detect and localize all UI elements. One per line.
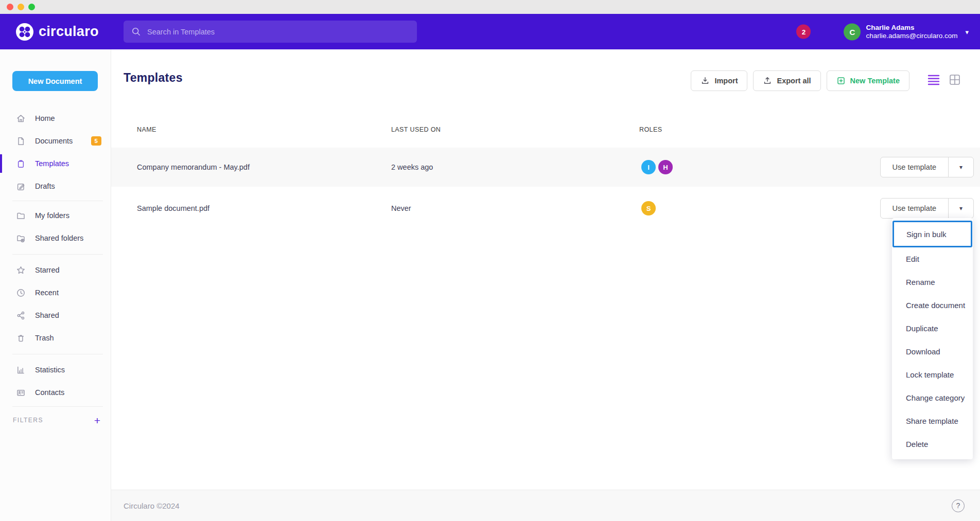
menu-item-share-template[interactable]: Share template: [892, 409, 973, 433]
sidebar-item-label: Recent: [35, 289, 59, 297]
edit-pencil-icon: [16, 181, 26, 191]
new-document-button[interactable]: New Document: [12, 71, 98, 91]
user-menu-chevron-down-icon[interactable]: ▾: [965, 28, 969, 35]
import-button[interactable]: Import: [691, 70, 747, 91]
sidebar-item-label: Shared: [35, 311, 59, 319]
use-template-button[interactable]: Use template: [881, 157, 949, 177]
menu-item-create-document[interactable]: Create document: [892, 294, 973, 317]
sidebar-item-label: My folders: [35, 211, 69, 220]
clock-icon: [16, 288, 26, 298]
column-header-last-used[interactable]: LAST USED ON: [391, 126, 441, 133]
template-actions-menu: Sign in bulk Edit Rename Create document…: [892, 218, 973, 459]
notifications-badge[interactable]: 2: [796, 25, 811, 39]
user-info[interactable]: Charlie Adams charlie.adams@circularo.co…: [866, 24, 957, 40]
page-actions: Import Export all New Template: [691, 70, 909, 91]
sidebar-item-label: Contacts: [35, 388, 64, 397]
menu-item-edit[interactable]: Edit: [892, 247, 973, 271]
user-email: charlie.adams@circularo.com: [866, 32, 957, 40]
template-last-used: 2 weeks ago: [391, 163, 433, 171]
add-filter-button[interactable]: +: [94, 415, 100, 426]
main-content: Templates Import Export all: [111, 49, 980, 521]
table-row[interactable]: Company memorandum - May.pdf 2 weeks ago…: [111, 148, 980, 187]
list-view-icon[interactable]: [927, 74, 940, 86]
search-bar[interactable]: [124, 21, 417, 43]
page-footer: Circularo ©2024 ?: [111, 490, 980, 521]
page-title: Templates: [124, 71, 183, 85]
sidebar-divider: [12, 354, 103, 354]
template-actions-chevron-down-icon[interactable]: ▾: [949, 157, 973, 177]
trash-icon: [16, 333, 26, 343]
app-header: circularo 2 C Charlie Adams charlie.adam…: [0, 14, 980, 49]
template-icon: [16, 158, 26, 169]
grid-view-icon[interactable]: [949, 74, 961, 86]
import-icon: [701, 76, 710, 85]
menu-item-sign-in-bulk[interactable]: Sign in bulk: [892, 221, 972, 247]
template-last-used: Never: [391, 204, 411, 212]
use-template-split-button: Use template ▾: [880, 198, 974, 219]
role-avatar[interactable]: S: [641, 201, 656, 215]
sidebar-nav: Home Documents 5 Templates: [0, 107, 111, 429]
documents-count-badge: 5: [91, 136, 101, 146]
column-header-name[interactable]: NAME: [137, 126, 156, 133]
sidebar-item-shared[interactable]: Shared: [0, 304, 111, 327]
column-header-roles[interactable]: ROLES: [639, 126, 662, 133]
sidebar-divider: [12, 201, 103, 201]
sidebar: New Document Home Documents 5: [0, 49, 111, 521]
sidebar-item-shared-folders[interactable]: Shared folders: [0, 227, 111, 249]
sidebar-item-contacts[interactable]: Contacts: [0, 381, 111, 404]
menu-item-change-category[interactable]: Change category: [892, 386, 973, 409]
sidebar-item-drafts[interactable]: Drafts: [0, 175, 111, 197]
table-row[interactable]: Sample document.pdf Never S Use template…: [111, 189, 980, 228]
window-titlebar: [0, 0, 980, 14]
sidebar-item-home[interactable]: Home: [0, 107, 111, 130]
home-icon: [16, 113, 26, 123]
menu-item-duplicate[interactable]: Duplicate: [892, 317, 973, 340]
sidebar-item-statistics[interactable]: Statistics: [0, 358, 111, 381]
brand-logo[interactable]: circularo: [16, 23, 99, 41]
import-label: Import: [714, 77, 738, 85]
export-icon: [763, 76, 772, 85]
new-template-label: New Template: [850, 77, 900, 85]
template-actions-chevron-down-icon[interactable]: ▾: [949, 199, 973, 218]
share-icon: [16, 310, 26, 320]
sidebar-item-recent[interactable]: Recent: [0, 281, 111, 304]
filters-section: FILTERS +: [0, 411, 111, 429]
search-input[interactable]: [147, 28, 409, 36]
sidebar-item-starred[interactable]: Starred: [0, 259, 111, 281]
export-all-button[interactable]: Export all: [753, 70, 820, 91]
user-name: Charlie Adams: [866, 24, 957, 32]
sidebar-divider: [12, 254, 103, 255]
export-all-label: Export all: [777, 77, 811, 85]
menu-item-rename[interactable]: Rename: [892, 271, 973, 294]
user-avatar[interactable]: C: [844, 23, 861, 40]
folder-icon: [16, 210, 26, 221]
new-template-button[interactable]: New Template: [827, 70, 909, 91]
help-icon[interactable]: ?: [952, 499, 965, 512]
template-name: Sample document.pdf: [137, 204, 209, 212]
window-minimize-button[interactable]: [18, 4, 24, 10]
filters-label: FILTERS: [13, 417, 43, 424]
menu-item-lock-template[interactable]: Lock template: [892, 363, 973, 386]
sidebar-item-label: Shared folders: [35, 234, 83, 242]
sidebar-item-documents[interactable]: Documents 5: [0, 130, 111, 152]
sidebar-item-templates[interactable]: Templates: [0, 152, 111, 175]
sidebar-divider: [12, 406, 103, 407]
menu-item-download[interactable]: Download: [892, 340, 973, 363]
use-template-split-button: Use template ▾: [880, 157, 974, 177]
role-avatar[interactable]: I: [641, 160, 656, 174]
header-right: 2 C Charlie Adams charlie.adams@circular…: [796, 23, 969, 40]
window-zoom-button[interactable]: [28, 4, 35, 10]
menu-item-delete[interactable]: Delete: [892, 433, 973, 456]
sidebar-item-label: Documents: [35, 137, 73, 145]
sidebar-item-label: Statistics: [35, 366, 65, 374]
sidebar-item-trash[interactable]: Trash: [0, 327, 111, 349]
window-close-button[interactable]: [7, 4, 13, 10]
sidebar-item-my-folders[interactable]: My folders: [0, 204, 111, 227]
star-icon: [16, 265, 26, 275]
document-icon: [16, 136, 26, 146]
use-template-button[interactable]: Use template: [881, 199, 949, 218]
contact-card-icon: [16, 387, 26, 398]
view-toggles: [927, 74, 961, 86]
template-roles: S: [641, 201, 656, 215]
role-avatar[interactable]: H: [658, 160, 673, 174]
